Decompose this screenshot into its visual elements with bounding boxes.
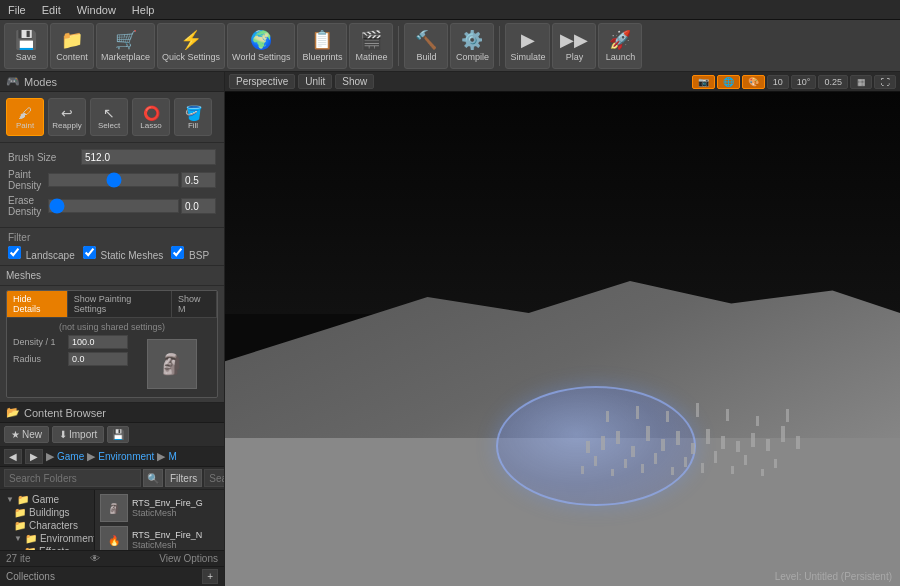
filter-landscape-checkbox[interactable]: [8, 246, 21, 259]
svg-rect-14: [796, 436, 800, 449]
menu-edit[interactable]: Edit: [34, 4, 69, 16]
filter-static-meshes-checkbox[interactable]: [83, 246, 96, 259]
toolbar-play[interactable]: ▶▶ Play: [552, 23, 596, 69]
folder-icon: 📁: [17, 494, 29, 505]
nav-back[interactable]: ◀: [4, 449, 22, 464]
content-browser-header: 📂 Content Browser: [0, 403, 224, 423]
toolbar-compile[interactable]: ⚙️ Compile: [450, 23, 494, 69]
erase-density-input[interactable]: [181, 198, 216, 214]
search-folders-input[interactable]: [4, 469, 141, 487]
filters-button[interactable]: Filters: [165, 469, 202, 487]
filter-static-meshes[interactable]: Static Meshes: [83, 246, 164, 261]
toolbar-simulate[interactable]: ▶ Simulate: [505, 23, 550, 69]
brush-size-input[interactable]: [81, 149, 216, 165]
eye-icon: 👁: [90, 553, 100, 564]
toolbar-separator: [398, 26, 399, 66]
vp-ctrl-val3[interactable]: 0.25: [818, 75, 848, 89]
paint-tool-reapply[interactable]: ↩ Reapply: [48, 98, 86, 136]
import-icon: ⬇: [59, 429, 67, 440]
svg-rect-10: [736, 441, 740, 452]
nav-forward[interactable]: ▶: [25, 449, 43, 464]
path-m[interactable]: M: [168, 451, 176, 462]
svg-rect-7: [691, 443, 695, 454]
vp-ctrl-val1[interactable]: 10: [767, 75, 789, 89]
vp-ctrl-fullscreen[interactable]: ⛶: [874, 75, 896, 89]
svg-rect-27: [731, 466, 734, 474]
filter-checkboxes: Landscape Static Meshes BSP: [8, 246, 216, 261]
import-button[interactable]: ⬇ Import: [52, 426, 104, 443]
density-row: Density / 1: [13, 335, 128, 349]
tree-item-characters[interactable]: 📁 Characters: [2, 519, 92, 532]
radius-label: Radius: [13, 354, 68, 364]
path-game[interactable]: Game: [57, 451, 84, 462]
toolbar-content[interactable]: 📁 Content: [50, 23, 94, 69]
viewport-unlit-btn[interactable]: Unlit: [298, 74, 332, 89]
mesh-tab-hide-details[interactable]: Hide Details: [7, 291, 68, 317]
svg-rect-18: [684, 457, 687, 467]
menu-window[interactable]: Window: [69, 4, 124, 16]
toolbar-matinee[interactable]: 🎬 Matinee: [349, 23, 393, 69]
mesh-thumbnail: 🗿: [147, 339, 197, 389]
density-input[interactable]: [68, 335, 128, 349]
not-shared-label: (not using shared settings): [13, 322, 211, 332]
mesh-tab-show-m[interactable]: Show M: [172, 291, 217, 317]
tree-item-environment[interactable]: ▼ 📁 Environment: [2, 532, 92, 545]
svg-rect-29: [606, 411, 609, 422]
radius-input[interactable]: [68, 352, 128, 366]
folder-icon: 📁: [14, 520, 26, 531]
menu-help[interactable]: Help: [124, 4, 163, 16]
search-assets-input[interactable]: [204, 469, 224, 487]
asset-item-1[interactable]: 🔥 RTS_Env_Fire_N StaticMesh: [97, 524, 222, 550]
toolbar-marketplace[interactable]: 🛒 Marketplace: [96, 23, 155, 69]
paint-density-slider[interactable]: [48, 173, 179, 187]
tree-item-game[interactable]: ▼ 📁 Game: [2, 493, 92, 506]
save-button[interactable]: 💾: [107, 426, 129, 443]
filter-bsp-checkbox[interactable]: [171, 246, 184, 259]
world-settings-icon: 🌍: [250, 29, 272, 51]
path-environment[interactable]: Environment: [98, 451, 154, 462]
folder-icon: 📁: [14, 507, 26, 518]
svg-rect-2: [616, 431, 620, 444]
reapply-icon: ↩: [61, 105, 73, 121]
toolbar-quick-settings[interactable]: ⚡ Quick Settings: [157, 23, 225, 69]
play-icon: ▶▶: [560, 29, 588, 51]
toolbar-build[interactable]: 🔨 Build: [404, 23, 448, 69]
search-folders-btn[interactable]: 🔍: [143, 469, 163, 487]
toolbar-world-settings[interactable]: 🌍 World Settings: [227, 23, 295, 69]
filter-landscape[interactable]: Landscape: [8, 246, 75, 261]
paint-tool-paint[interactable]: 🖌 Paint: [6, 98, 44, 136]
toolbar-blueprints[interactable]: 📋 Blueprints: [297, 23, 347, 69]
vp-ctrl-grid[interactable]: ▦: [850, 75, 872, 89]
content-browser-icon: 📂: [6, 406, 20, 419]
new-button[interactable]: ★ New: [4, 426, 49, 443]
mesh-panel-tabs: Hide Details Show Painting Settings Show…: [7, 291, 217, 318]
menu-bar: File Edit Window Help: [0, 0, 900, 20]
save-icon: 💾: [15, 29, 37, 51]
filter-bsp[interactable]: BSP: [171, 246, 209, 261]
vp-ctrl-2[interactable]: 🌐: [717, 75, 740, 89]
view-options[interactable]: View Options: [159, 553, 218, 564]
vp-ctrl-3[interactable]: 🎨: [742, 75, 765, 89]
toolbar-save[interactable]: 💾 Save: [4, 23, 48, 69]
menu-file[interactable]: File: [0, 4, 34, 16]
erase-density-slider[interactable]: [48, 199, 179, 213]
viewport-show-btn[interactable]: Show: [335, 74, 374, 89]
collections-add[interactable]: +: [202, 569, 218, 584]
mesh-tab-show-painting[interactable]: Show Painting Settings: [68, 291, 172, 317]
settings-area: Brush Size Paint Density Erase Density: [0, 143, 224, 228]
compile-icon: ⚙️: [461, 29, 483, 51]
vp-ctrl-1[interactable]: 📷: [692, 75, 715, 89]
viewport-perspective-btn[interactable]: Perspective: [229, 74, 295, 89]
tree-item-buildings[interactable]: 📁 Buildings: [2, 506, 92, 519]
svg-rect-26: [701, 463, 704, 473]
paint-tool-select[interactable]: ↖ Select: [90, 98, 128, 136]
left-panel: 🎮 Modes 🖌 Paint ↩ Reapply ↖ Select ⭕ Las…: [0, 72, 225, 586]
paint-tool-lasso[interactable]: ⭕ Lasso: [132, 98, 170, 136]
toolbar-launch[interactable]: 🚀 Launch: [598, 23, 642, 69]
asset-item-0[interactable]: 🗿 RTS_Env_Fire_G StaticMesh: [97, 492, 222, 524]
svg-rect-8: [706, 429, 710, 444]
paint-tool-fill[interactable]: 🪣 Fill: [174, 98, 212, 136]
paint-density-input[interactable]: [181, 172, 216, 188]
vp-ctrl-val2[interactable]: 10°: [791, 75, 817, 89]
filter-label: Filter: [8, 232, 216, 243]
